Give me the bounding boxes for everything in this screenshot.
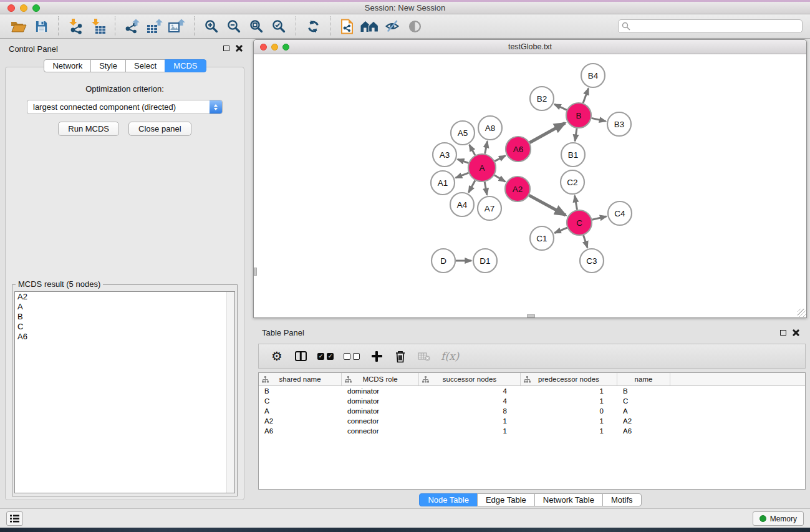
deselect-all-icon[interactable] xyxy=(344,348,360,364)
delete-table-icon-disabled[interactable] xyxy=(417,348,431,364)
table-row[interactable]: A6connector11A6 xyxy=(259,426,805,436)
tab-select[interactable]: Select xyxy=(125,59,165,72)
edge-A-A8[interactable] xyxy=(485,142,488,154)
memory-button[interactable]: Memory xyxy=(753,511,804,526)
tab-mcds[interactable]: MCDS xyxy=(165,59,206,72)
mcds-result-item[interactable]: C xyxy=(15,322,234,332)
export-network-icon[interactable] xyxy=(121,16,143,37)
refresh-layout-icon[interactable] xyxy=(302,16,324,37)
resize-grip[interactable] xyxy=(798,309,806,317)
column-selector-icon[interactable] xyxy=(294,348,307,364)
close-panel-icon[interactable] xyxy=(793,329,799,336)
edge-A-A1[interactable] xyxy=(456,173,469,178)
tab-motifs[interactable]: Motifs xyxy=(602,493,642,506)
node-label-C3: C3 xyxy=(586,256,597,266)
mcds-result-list[interactable]: A2ABCA6 xyxy=(14,291,235,493)
zoom-out-icon[interactable] xyxy=(223,16,245,37)
toolbar-separator xyxy=(194,16,195,36)
table-row[interactable]: Adominator80A xyxy=(259,406,805,416)
save-icon[interactable] xyxy=(30,16,52,37)
tab-style[interactable]: Style xyxy=(90,59,126,72)
zoom-in-icon[interactable] xyxy=(200,16,223,37)
mcds-result-item[interactable]: A2 xyxy=(15,292,234,302)
edge-B-B1[interactable] xyxy=(575,128,577,141)
edge-A-A4[interactable] xyxy=(469,180,476,193)
table-row[interactable]: A2connector11A2 xyxy=(259,416,805,426)
tab-edge-table[interactable]: Edge Table xyxy=(477,493,535,506)
edge-A2-C[interactable] xyxy=(529,195,566,215)
horizontal-scroll-nub[interactable] xyxy=(527,314,535,317)
select-all-icon[interactable]: ✓✓ xyxy=(317,348,334,364)
close-panel-button[interactable]: Close panel xyxy=(128,122,191,136)
table-cell: B xyxy=(259,386,342,396)
zoom-selected-icon[interactable] xyxy=(268,16,290,37)
column-header-shared-name[interactable]: shared name xyxy=(259,373,342,385)
eye-icon[interactable] xyxy=(403,16,426,37)
table-cell: A2 xyxy=(617,416,670,426)
clone-network-document-icon[interactable] xyxy=(336,16,359,37)
export-table-icon[interactable] xyxy=(143,16,166,37)
export-image-icon[interactable] xyxy=(166,16,188,37)
edge-A-A2[interactable] xyxy=(494,175,505,181)
two-houses-icon[interactable] xyxy=(359,16,381,37)
optimization-criterion-select[interactable]: largest connected component (directed) xyxy=(27,100,223,114)
edge-C-C1[interactable] xyxy=(554,228,567,233)
edge-A-A3[interactable] xyxy=(458,159,469,163)
node-label-A6: A6 xyxy=(513,145,524,154)
tab-network[interactable]: Network xyxy=(44,59,91,72)
scrollbar-track[interactable] xyxy=(226,292,234,493)
vertical-scroll-nub[interactable] xyxy=(254,268,257,276)
mcds-result-item[interactable]: A6 xyxy=(15,332,234,342)
edge-B-B2[interactable] xyxy=(554,104,567,110)
add-column-icon[interactable] xyxy=(370,348,383,364)
optimization-criterion-value: largest connected component (directed) xyxy=(33,102,176,112)
node-label-B1: B1 xyxy=(568,150,579,160)
float-panel-icon[interactable] xyxy=(223,46,229,51)
table-row[interactable]: Bdominator41B xyxy=(259,386,805,396)
node-label-C: C xyxy=(576,218,582,228)
network-window-titlebar[interactable]: testGlobe.txt xyxy=(254,40,806,54)
column-header-predecessor-nodes[interactable]: predecessor nodes xyxy=(521,373,617,385)
tab-node-table[interactable]: Node Table xyxy=(419,493,478,506)
table-cell: 1 xyxy=(521,386,617,396)
search-input[interactable] xyxy=(618,19,803,33)
tab-network-table[interactable]: Network Table xyxy=(534,493,603,506)
column-header-name[interactable]: name xyxy=(617,373,670,385)
optimization-criterion-label: Optimization criterion: xyxy=(6,84,244,94)
table-cell: 8 xyxy=(419,406,521,416)
mcds-result-item[interactable]: B xyxy=(15,312,234,322)
edge-A6-B[interactable] xyxy=(529,123,565,143)
gear-icon[interactable]: ⚙ xyxy=(270,348,284,364)
task-history-button[interactable] xyxy=(6,511,23,526)
table-cell: B xyxy=(617,386,670,396)
eye-slash-icon[interactable] xyxy=(381,16,403,37)
zoom-fit-icon[interactable] xyxy=(245,16,268,37)
node-label-A5: A5 xyxy=(458,128,468,138)
import-table-icon[interactable] xyxy=(87,16,109,37)
edge-C-C2[interactable] xyxy=(575,196,577,210)
import-network-icon[interactable] xyxy=(64,16,87,37)
network-canvas[interactable]: B4B2BB3A5A8A6A3AB1A1C2A2A4A7C4CC1C3DD1 xyxy=(254,55,806,317)
edge-C-C3[interactable] xyxy=(584,235,588,248)
run-mcds-button[interactable]: Run MCDS xyxy=(58,122,119,136)
edge-A-A5[interactable] xyxy=(470,145,475,155)
edge-B-B3[interactable] xyxy=(592,118,606,121)
column-header-MCDS-role[interactable]: MCDS role xyxy=(342,373,419,385)
edge-C-C4[interactable] xyxy=(592,216,607,220)
table-cell: 1 xyxy=(521,416,617,426)
delete-column-icon[interactable] xyxy=(393,348,407,364)
table-row[interactable]: Cdominator41C xyxy=(259,396,805,406)
node-label-A3: A3 xyxy=(440,150,450,160)
table-cell: A xyxy=(617,406,670,416)
column-header-successor-nodes[interactable]: successor nodes xyxy=(419,373,521,385)
float-panel-icon[interactable] xyxy=(780,330,786,336)
table-cell: dominator xyxy=(342,406,419,416)
close-panel-icon[interactable] xyxy=(236,45,243,52)
mcds-result-item[interactable]: A xyxy=(15,302,234,312)
edge-B-B4[interactable] xyxy=(583,89,589,104)
edge-A-A6[interactable] xyxy=(494,156,505,162)
edge-A-A7[interactable] xyxy=(485,182,487,195)
function-builder-icon-disabled[interactable]: f(x) xyxy=(441,348,459,364)
open-folder-icon[interactable] xyxy=(7,16,30,37)
table-cell: A6 xyxy=(259,426,342,436)
